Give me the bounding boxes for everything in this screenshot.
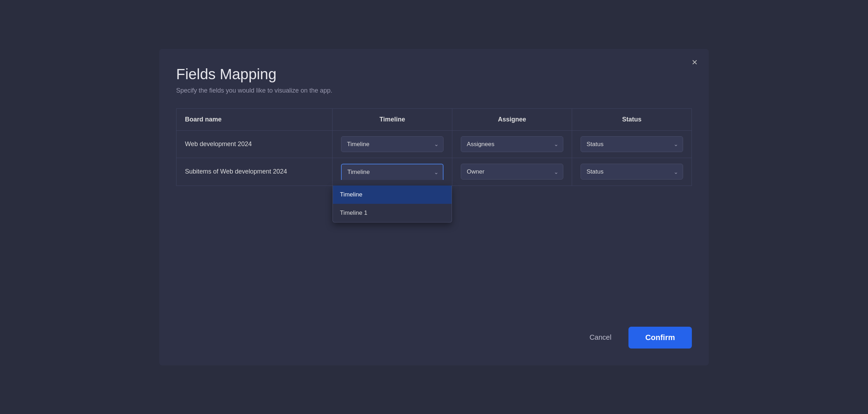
col-header-timeline: Timeline (333, 108, 452, 130)
table-row: Web development 2024 Timeline Timeline 1… (176, 130, 692, 158)
close-button[interactable]: × (689, 56, 700, 69)
col-header-assignee: Assignee (452, 108, 572, 130)
cancel-button[interactable]: Cancel (581, 328, 620, 346)
board-name-cell-1: Web development 2024 (176, 130, 333, 158)
col-header-status: Status (572, 108, 692, 130)
timeline-dropdown-2-popup: Timeline Timeline 1 (333, 186, 452, 222)
table-row: Subitems of Web development 2024 Timelin… (176, 158, 692, 186)
modal-title: Fields Mapping (176, 66, 692, 83)
assignee-dropdown-cell-2: Owner Assignees ⌄ (452, 158, 572, 186)
status-dropdown-2[interactable]: Status ⌄ (581, 164, 683, 180)
fields-mapping-table: Board name Timeline Assignee Status Web … (176, 108, 692, 186)
modal-overlay: × Fields Mapping Specify the fields you … (0, 0, 868, 414)
status-dropdown-cell-2: Status ⌄ (572, 158, 692, 186)
timeline-dropdown-cell-2: Timeline ⌃ Timeline Timeline 1 (333, 158, 452, 186)
timeline-dropdown-cell-1: Timeline Timeline 1 ⌄ (333, 130, 452, 158)
modal-dialog: × Fields Mapping Specify the fields you … (159, 49, 709, 365)
assignee-dropdown-cell-1: Assignees Owner ⌄ (452, 130, 572, 158)
confirm-button[interactable]: Confirm (628, 327, 692, 349)
dropdown-option-timeline-1[interactable]: Timeline 1 (333, 204, 452, 222)
modal-subtitle: Specify the fields you would like to vis… (176, 87, 692, 94)
timeline-dropdown-1[interactable]: Timeline Timeline 1 ⌄ (341, 136, 444, 152)
timeline-dropdown-2-active[interactable]: Timeline ⌃ (341, 164, 444, 180)
assignee-select-2[interactable]: Owner Assignees (461, 164, 563, 180)
status-select-2[interactable]: Status (581, 164, 683, 180)
status-dropdown-1[interactable]: Status ⌄ (581, 136, 683, 152)
assignee-select-1[interactable]: Assignees Owner (461, 136, 563, 152)
modal-footer: Cancel Confirm (176, 327, 692, 349)
timeline-selected-value: Timeline (347, 169, 370, 176)
dropdown-option-timeline[interactable]: Timeline (333, 186, 452, 204)
timeline-select-1[interactable]: Timeline Timeline 1 (341, 136, 444, 152)
assignee-dropdown-1[interactable]: Assignees Owner ⌄ (461, 136, 563, 152)
status-dropdown-cell-1: Status ⌄ (572, 130, 692, 158)
status-select-1[interactable]: Status (581, 136, 683, 152)
assignee-dropdown-2[interactable]: Owner Assignees ⌄ (461, 164, 563, 180)
board-name-cell-2: Subitems of Web development 2024 (176, 158, 333, 186)
col-header-board-name: Board name (176, 108, 333, 130)
timeline-dropdown-2-display[interactable]: Timeline (341, 164, 444, 180)
